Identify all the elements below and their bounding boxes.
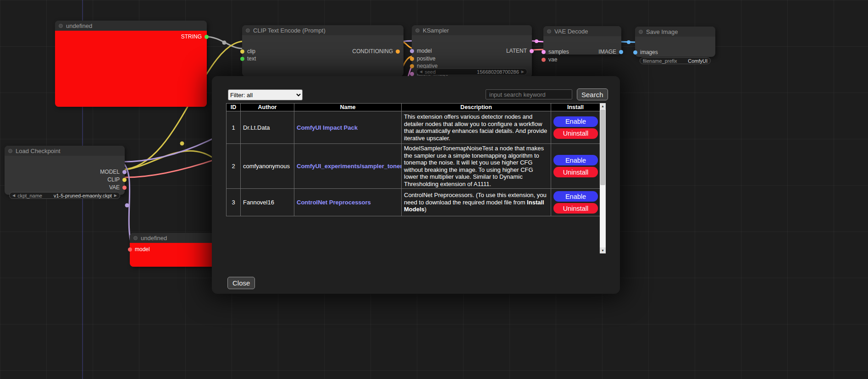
clip-input-slot[interactable]: clip	[240, 48, 255, 55]
collapse-dot-icon[interactable]	[547, 29, 551, 33]
node-load-checkpoint[interactable]: Load Checkpoint MODEL CLIP VAE ◀ ckpt_na…	[5, 146, 125, 195]
image-output-slot[interactable]: IMAGE	[598, 49, 623, 55]
negative-input-pin[interactable]	[410, 64, 414, 68]
latent-image-input-pin[interactable]	[410, 72, 414, 76]
conditioning-output-pin[interactable]	[396, 49, 400, 54]
extension-link[interactable]: ControlNet Preprocessors	[297, 199, 371, 206]
extension-manager-dialog: Filter: all Search ID Author Name Descri…	[212, 76, 620, 294]
samples-input-slot[interactable]: samples	[542, 49, 569, 55]
images-input-slot[interactable]: images	[633, 49, 658, 55]
next-arrow-icon[interactable]: ▶	[114, 194, 117, 198]
extension-link[interactable]: ComfyUI_experiments/sampler_tonemap	[297, 163, 402, 170]
model-input-slot[interactable]: model	[410, 48, 432, 54]
node-header[interactable]: CLIP Text Encode (Prompt)	[242, 25, 404, 35]
close-button[interactable]: Close	[227, 277, 255, 289]
model-output-pin[interactable]	[122, 170, 127, 174]
extension-row: 1 Dr.Lt.Data ComfyUI Impact Pack This ex…	[227, 111, 600, 144]
widget-value: 156680208700286	[477, 69, 519, 75]
collapse-dot-icon[interactable]	[133, 236, 138, 240]
enable-button[interactable]: Enable	[553, 155, 598, 165]
node-vae-decode[interactable]: VAE Decode samples vae IMAGE	[543, 26, 621, 55]
vae-output-slot[interactable]: VAE	[109, 184, 127, 191]
slot-label: clip	[247, 48, 255, 55]
collapse-dot-icon[interactable]	[639, 30, 643, 34]
text-input-slot[interactable]: text	[240, 55, 256, 62]
collapse-dot-icon[interactable]	[415, 28, 420, 33]
search-input[interactable]	[486, 89, 572, 99]
slot-label: model	[417, 48, 432, 54]
uninstall-button[interactable]: Uninstall	[553, 203, 598, 214]
slot-label: model	[135, 246, 150, 253]
collapse-dot-icon[interactable]	[246, 28, 250, 33]
uninstall-button[interactable]: Uninstall	[553, 167, 598, 177]
widget-name: filename_prefix	[643, 58, 677, 64]
node-header[interactable]: Save Image	[635, 27, 715, 37]
enable-button[interactable]: Enable	[553, 116, 598, 127]
images-input-pin[interactable]	[633, 50, 637, 55]
column-header-install: Install	[551, 104, 600, 111]
node-title: Load Checkpoint	[16, 148, 61, 154]
node-save-image[interactable]: Save Image images filename_prefix ComfyU…	[635, 27, 715, 57]
node-header[interactable]: VAE Decode	[543, 26, 621, 36]
seed-widget[interactable]: ◀ seed 156680208700286 ▶	[416, 68, 527, 75]
image-output-pin[interactable]	[619, 50, 623, 54]
model-input-pin[interactable]	[410, 49, 414, 53]
slot-label: text	[247, 55, 256, 62]
latent-output-pin[interactable]	[530, 49, 534, 53]
ckpt-name-widget[interactable]: ◀ ckpt_name v1-5-pruned-emaonly.ckpt ▶	[9, 192, 120, 199]
string-output-pin[interactable]	[205, 35, 209, 39]
node-title: CLIP Text Encode (Prompt)	[253, 27, 326, 34]
extension-author: Dr.Lt.Data	[241, 111, 294, 144]
string-output-slot[interactable]: STRING	[181, 33, 209, 40]
column-header-id: ID	[227, 104, 241, 111]
previous-arrow-icon[interactable]: ◀	[12, 194, 15, 198]
filter-select[interactable]: Filter: all	[228, 89, 303, 100]
node-clip-text-encode[interactable]: CLIP Text Encode (Prompt) clip text COND…	[242, 25, 404, 77]
scroll-down-icon[interactable]: ▼	[600, 247, 606, 253]
node-ksampler[interactable]: KSampler model positive negative latent_…	[412, 25, 532, 78]
widget-value: v1-5-pruned-emaonly.ckpt	[54, 193, 112, 198]
search-button[interactable]: Search	[577, 88, 608, 100]
node-header[interactable]: KSampler	[412, 25, 532, 35]
node-title: KSampler	[423, 27, 449, 34]
extension-table: ID Author Name Description Install 1 Dr.…	[226, 103, 600, 216]
clip-input-pin[interactable]	[240, 49, 244, 54]
scrollbar-thumb[interactable]	[600, 110, 605, 185]
uninstall-button[interactable]: Uninstall	[553, 128, 598, 139]
vae-output-pin[interactable]	[122, 186, 127, 190]
node-header[interactable]: Load Checkpoint	[5, 146, 125, 156]
decrement-arrow-icon[interactable]: ◀	[420, 70, 422, 74]
column-header-description: Description	[402, 104, 551, 111]
conditioning-output-slot[interactable]: CONDITIONING	[352, 48, 400, 55]
extension-author: Fannovel16	[241, 189, 294, 216]
vae-input-slot[interactable]: vae	[542, 56, 557, 63]
positive-input-slot[interactable]: positive	[410, 55, 436, 62]
positive-input-pin[interactable]	[410, 57, 414, 61]
node-title: undefined	[66, 22, 92, 29]
clip-output-slot[interactable]: CLIP	[107, 176, 127, 183]
extension-link[interactable]: ComfyUI Impact Pack	[297, 124, 358, 131]
text-input-pin[interactable]	[240, 57, 244, 61]
node-undefined-top[interactable]: undefined STRING	[55, 21, 207, 107]
latent-output-slot[interactable]: LATENT	[506, 48, 534, 54]
vae-input-pin[interactable]	[542, 58, 546, 62]
model-input-pin[interactable]	[128, 247, 132, 252]
table-scrollbar[interactable]: ▲ ▼	[600, 103, 606, 253]
extension-description: This extension offers various detector n…	[402, 111, 551, 144]
node-header[interactable]: undefined	[55, 21, 207, 31]
column-header-name: Name	[294, 104, 402, 111]
model-output-slot[interactable]: MODEL	[100, 169, 127, 175]
node-title: undefined	[141, 235, 167, 242]
widget-value: ComfyUI	[688, 58, 708, 64]
collapse-dot-icon[interactable]	[8, 149, 12, 153]
filename-prefix-widget[interactable]: filename_prefix ComfyUI	[640, 57, 711, 64]
clip-output-pin[interactable]	[122, 178, 127, 182]
scroll-up-icon[interactable]: ▲	[600, 103, 606, 109]
collapse-dot-icon[interactable]	[59, 24, 63, 28]
extension-id: 3	[227, 189, 241, 216]
enable-button[interactable]: Enable	[553, 191, 598, 202]
samples-input-pin[interactable]	[542, 50, 546, 54]
model-input-slot[interactable]: model	[128, 246, 150, 253]
increment-arrow-icon[interactable]: ▶	[521, 70, 524, 74]
slot-label: images	[640, 49, 658, 55]
